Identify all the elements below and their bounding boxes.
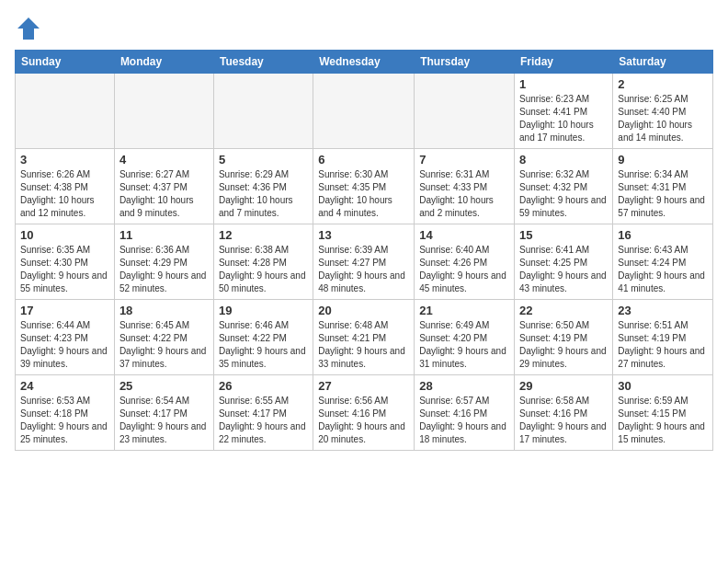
day-detail: Sunrise: 6:25 AM Sunset: 4:40 PM Dayligh… (618, 93, 708, 144)
calendar-cell: 11Sunrise: 6:36 AM Sunset: 4:29 PM Dayli… (114, 224, 213, 300)
day-number: 27 (318, 379, 409, 393)
day-number: 28 (419, 379, 509, 393)
calendar-header-monday: Monday (114, 51, 213, 74)
day-detail: Sunrise: 6:30 AM Sunset: 4:35 PM Dayligh… (318, 168, 409, 220)
calendar-week-4: 17Sunrise: 6:44 AM Sunset: 4:23 PM Dayli… (16, 300, 713, 375)
day-detail: Sunrise: 6:55 AM Sunset: 4:17 PM Dayligh… (219, 395, 308, 446)
calendar-cell: 3Sunrise: 6:26 AM Sunset: 4:38 PM Daylig… (16, 149, 115, 224)
day-number: 5 (219, 153, 308, 167)
calendar-cell: 21Sunrise: 6:49 AM Sunset: 4:20 PM Dayli… (415, 300, 515, 375)
day-number: 25 (119, 379, 209, 393)
calendar-cell: 27Sunrise: 6:56 AM Sunset: 4:16 PM Dayli… (313, 375, 415, 451)
day-number: 17 (20, 304, 109, 317)
calendar-cell: 1Sunrise: 6:23 AM Sunset: 4:41 PM Daylig… (515, 74, 613, 149)
calendar-header-wednesday: Wednesday (313, 51, 415, 74)
calendar-cell: 14Sunrise: 6:40 AM Sunset: 4:26 PM Dayli… (415, 224, 515, 300)
calendar-cell: 30Sunrise: 6:59 AM Sunset: 4:15 PM Dayli… (613, 375, 713, 451)
day-number: 16 (618, 228, 708, 242)
calendar-cell: 19Sunrise: 6:46 AM Sunset: 4:22 PM Dayli… (213, 300, 313, 375)
day-detail: Sunrise: 6:51 AM Sunset: 4:19 PM Dayligh… (618, 319, 708, 371)
calendar-cell: 25Sunrise: 6:54 AM Sunset: 4:17 PM Dayli… (114, 375, 213, 451)
day-number: 18 (119, 304, 209, 317)
day-detail: Sunrise: 6:36 AM Sunset: 4:29 PM Dayligh… (119, 244, 209, 295)
calendar-cell: 10Sunrise: 6:35 AM Sunset: 4:30 PM Dayli… (16, 224, 115, 300)
calendar-cell: 15Sunrise: 6:41 AM Sunset: 4:25 PM Dayli… (515, 224, 613, 300)
day-number: 22 (519, 304, 608, 317)
calendar-cell: 16Sunrise: 6:43 AM Sunset: 4:24 PM Dayli… (613, 224, 713, 300)
logo-icon (15, 15, 42, 42)
day-number: 26 (219, 379, 308, 393)
calendar-header-row: SundayMondayTuesdayWednesdayThursdayFrid… (16, 51, 713, 74)
day-detail: Sunrise: 6:56 AM Sunset: 4:16 PM Dayligh… (318, 395, 409, 446)
calendar-week-3: 10Sunrise: 6:35 AM Sunset: 4:30 PM Dayli… (16, 224, 713, 300)
day-number: 3 (20, 153, 109, 167)
calendar-cell: 20Sunrise: 6:48 AM Sunset: 4:21 PM Dayli… (313, 300, 415, 375)
day-detail: Sunrise: 6:31 AM Sunset: 4:33 PM Dayligh… (419, 168, 509, 220)
calendar-header-friday: Friday (515, 51, 613, 74)
day-number: 1 (519, 77, 608, 91)
day-detail: Sunrise: 6:39 AM Sunset: 4:27 PM Dayligh… (318, 244, 409, 295)
day-detail: Sunrise: 6:27 AM Sunset: 4:37 PM Dayligh… (119, 168, 209, 220)
day-detail: Sunrise: 6:50 AM Sunset: 4:19 PM Dayligh… (519, 319, 608, 371)
day-number: 8 (519, 153, 608, 167)
day-number: 23 (618, 304, 708, 317)
calendar-cell: 9Sunrise: 6:34 AM Sunset: 4:31 PM Daylig… (613, 149, 713, 224)
calendar-header-sunday: Sunday (16, 51, 115, 74)
day-detail: Sunrise: 6:54 AM Sunset: 4:17 PM Dayligh… (119, 395, 209, 446)
day-detail: Sunrise: 6:45 AM Sunset: 4:22 PM Dayligh… (119, 319, 209, 371)
day-detail: Sunrise: 6:32 AM Sunset: 4:32 PM Dayligh… (519, 168, 608, 220)
day-number: 21 (419, 304, 509, 317)
calendar-cell (114, 74, 213, 149)
day-detail: Sunrise: 6:40 AM Sunset: 4:26 PM Dayligh… (419, 244, 509, 295)
calendar-cell: 17Sunrise: 6:44 AM Sunset: 4:23 PM Dayli… (16, 300, 115, 375)
calendar-cell (213, 74, 313, 149)
calendar-header-saturday: Saturday (613, 51, 713, 74)
calendar-cell (415, 74, 515, 149)
svg-marker-0 (17, 17, 40, 40)
calendar-cell: 5Sunrise: 6:29 AM Sunset: 4:36 PM Daylig… (213, 149, 313, 224)
calendar-cell: 24Sunrise: 6:53 AM Sunset: 4:18 PM Dayli… (16, 375, 115, 451)
calendar-cell: 13Sunrise: 6:39 AM Sunset: 4:27 PM Dayli… (313, 224, 415, 300)
calendar-cell: 22Sunrise: 6:50 AM Sunset: 4:19 PM Dayli… (515, 300, 613, 375)
day-detail: Sunrise: 6:26 AM Sunset: 4:38 PM Dayligh… (20, 168, 109, 220)
calendar-week-2: 3Sunrise: 6:26 AM Sunset: 4:38 PM Daylig… (16, 149, 713, 224)
day-number: 14 (419, 228, 509, 242)
day-detail: Sunrise: 6:34 AM Sunset: 4:31 PM Dayligh… (618, 168, 708, 220)
day-number: 10 (20, 228, 109, 242)
day-detail: Sunrise: 6:46 AM Sunset: 4:22 PM Dayligh… (219, 319, 308, 371)
calendar-week-1: 1Sunrise: 6:23 AM Sunset: 4:41 PM Daylig… (16, 74, 713, 149)
calendar-cell: 29Sunrise: 6:58 AM Sunset: 4:16 PM Dayli… (515, 375, 613, 451)
day-number: 7 (419, 153, 509, 167)
calendar-header-thursday: Thursday (415, 51, 515, 74)
day-number: 11 (119, 228, 209, 242)
day-detail: Sunrise: 6:44 AM Sunset: 4:23 PM Dayligh… (20, 319, 109, 371)
day-number: 20 (318, 304, 409, 317)
day-detail: Sunrise: 6:48 AM Sunset: 4:21 PM Dayligh… (318, 319, 409, 371)
day-detail: Sunrise: 6:29 AM Sunset: 4:36 PM Dayligh… (219, 168, 308, 220)
calendar-table: SundayMondayTuesdayWednesdayThursdayFrid… (15, 50, 713, 451)
logo (15, 15, 46, 42)
calendar-cell (313, 74, 415, 149)
day-number: 9 (618, 153, 708, 167)
calendar-cell: 7Sunrise: 6:31 AM Sunset: 4:33 PM Daylig… (415, 149, 515, 224)
day-detail: Sunrise: 6:49 AM Sunset: 4:20 PM Dayligh… (419, 319, 509, 371)
day-number: 12 (219, 228, 308, 242)
day-number: 6 (318, 153, 409, 167)
day-detail: Sunrise: 6:38 AM Sunset: 4:28 PM Dayligh… (219, 244, 308, 295)
calendar-header-tuesday: Tuesday (213, 51, 313, 74)
calendar-body: 1Sunrise: 6:23 AM Sunset: 4:41 PM Daylig… (16, 74, 713, 451)
calendar-cell: 4Sunrise: 6:27 AM Sunset: 4:37 PM Daylig… (114, 149, 213, 224)
calendar-cell: 6Sunrise: 6:30 AM Sunset: 4:35 PM Daylig… (313, 149, 415, 224)
calendar-cell: 12Sunrise: 6:38 AM Sunset: 4:28 PM Dayli… (213, 224, 313, 300)
day-detail: Sunrise: 6:59 AM Sunset: 4:15 PM Dayligh… (618, 395, 708, 446)
day-detail: Sunrise: 6:35 AM Sunset: 4:30 PM Dayligh… (20, 244, 109, 295)
day-number: 2 (618, 77, 708, 91)
day-number: 19 (219, 304, 308, 317)
calendar-cell: 23Sunrise: 6:51 AM Sunset: 4:19 PM Dayli… (613, 300, 713, 375)
calendar-cell: 18Sunrise: 6:45 AM Sunset: 4:22 PM Dayli… (114, 300, 213, 375)
calendar-cell: 2Sunrise: 6:25 AM Sunset: 4:40 PM Daylig… (613, 74, 713, 149)
day-number: 29 (519, 379, 608, 393)
day-detail: Sunrise: 6:23 AM Sunset: 4:41 PM Dayligh… (519, 93, 608, 144)
day-detail: Sunrise: 6:53 AM Sunset: 4:18 PM Dayligh… (20, 395, 109, 446)
calendar-cell: 8Sunrise: 6:32 AM Sunset: 4:32 PM Daylig… (515, 149, 613, 224)
